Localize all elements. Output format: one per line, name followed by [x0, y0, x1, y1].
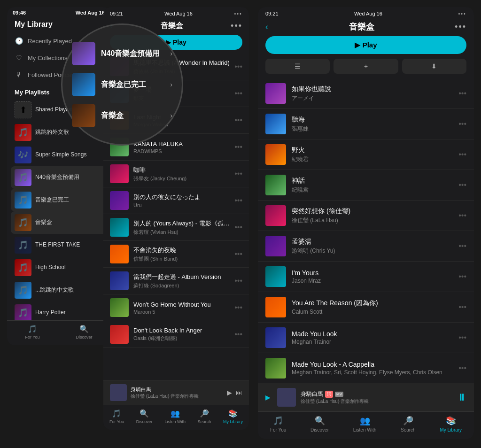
right-more-2[interactable]: ••• — [458, 150, 466, 159]
right-title-6: I'm Yours — [292, 269, 453, 277]
right-song-1[interactable]: 聽海 張惠妹 ••• — [258, 109, 474, 139]
foryou-label-left: For You — [25, 335, 39, 340]
song-more-9[interactable]: ••• — [234, 303, 242, 312]
playlist-thumb-hs: 🎵 — [15, 259, 31, 276]
mid-nav-search[interactable]: 🔎 Search — [198, 409, 211, 424]
np-pause-icon-right[interactable]: ⏸ — [457, 392, 466, 403]
right-more-4[interactable]: ••• — [458, 211, 466, 220]
song-more-0[interactable]: ••• — [234, 62, 242, 71]
mid-nav-mylibrary[interactable]: 📚 My Library — [223, 409, 243, 424]
right-nav-foryou[interactable]: 🎵 For You — [270, 416, 286, 433]
song-more-2[interactable]: ••• — [234, 116, 242, 124]
song-item-4[interactable]: 咖啡 張學友 (Jacky Cheung) ••• — [103, 161, 249, 187]
right-more-6[interactable]: ••• — [458, 272, 466, 281]
mid-nav-foryou[interactable]: 🎵 For You — [109, 409, 124, 424]
song-item-10[interactable]: Don't Look Back In Anger Oasis (綠洲合唱團) •… — [103, 321, 249, 348]
right-np-artist: 徐佳瑩 (LaLa Hsu)·音樂創作專輯 — [301, 398, 452, 405]
right-more-1[interactable]: ••• — [458, 120, 466, 128]
song-title-8: 當我們一起走過 - Album Version — [133, 273, 230, 281]
discover-icon-right: 🔍 — [315, 416, 325, 426]
right-info-2: 野火 紀曉君 — [292, 146, 453, 163]
right-title-0: 如果你也聽說 — [292, 85, 453, 93]
playlist-n40[interactable]: 🎵 N40音樂盒預備用 — [11, 166, 107, 189]
right-title-3: 神話 — [292, 177, 453, 185]
song-artist-9: Maroon 5 — [133, 309, 230, 315]
right-more-7[interactable]: ••• — [458, 303, 466, 311]
playlist-harry-potter[interactable]: 🎵 Harry Potter — [11, 301, 107, 320]
right-song-4[interactable]: 突然好想你 (徐佳瑩) 徐佳瑩 (LaLa Hsu) ••• — [258, 201, 474, 231]
playlist-name-simple: Super Simple Songs — [35, 151, 86, 159]
right-more-5[interactable]: ••• — [458, 242, 466, 250]
playlist-done[interactable]: 🎵 音樂盒已完工 — [11, 189, 107, 211]
song-item-6[interactable]: 別人的 (Yours Always) - 電影《孤味》片尾曲 徐若瑄 (Vivi… — [103, 214, 249, 241]
playlist-dance-chinese[interactable]: 🎵 ...跳跳的中文歌 — [11, 279, 107, 301]
song-artist-8: 蘇打綠 (Sodagreen) — [133, 282, 230, 289]
nav-my-collections-label: My Collections — [28, 54, 68, 62]
right-nav-mylibrary[interactable]: 📚 My Library — [440, 416, 462, 433]
status-bar-right: 09:21 Wed Aug 16 ••• — [258, 7, 474, 18]
circle-item-1[interactable]: N40音樂盒預備用 › — [72, 42, 172, 65]
right-np-thumb — [277, 388, 296, 407]
status-bar-mid: 09:21 Wed Aug 16 ••• — [103, 7, 249, 18]
song-item-5[interactable]: 別の人の彼女になったよ Uru ••• — [103, 187, 249, 214]
playlist-music[interactable]: 🎵 音樂盒 — [11, 211, 107, 234]
right-song-9[interactable]: Made You Look - A Cappella Meghan Traino… — [258, 353, 474, 383]
right-nav-listenwith[interactable]: 👥 Listen With — [353, 416, 376, 433]
playlist-simple-songs[interactable]: 🎶 Super Simple Songs — [11, 144, 107, 166]
more-button-right[interactable]: ••• — [455, 22, 466, 32]
right-thumb-6 — [265, 266, 286, 287]
right-song-2[interactable]: 野火 紀曉君 ••• — [258, 139, 474, 170]
right-song-7[interactable]: You Are The Reason (因為你) Calum Scott ••• — [258, 292, 474, 323]
right-header: ‹ 音樂盒 ••• — [258, 18, 474, 36]
song-item-8[interactable]: 當我們一起走過 - Album Version 蘇打綠 (Sodagreen) … — [103, 268, 249, 294]
right-more-0[interactable]: ••• — [458, 89, 466, 98]
right-song-8[interactable]: Made You Look Meghan Trainor ••• — [258, 323, 474, 353]
listenwith-icon-mid: 👥 — [171, 409, 180, 418]
play-button-right[interactable]: ▶ Play — [265, 36, 466, 54]
np-next-icon-mid[interactable]: ⏭ — [236, 389, 242, 396]
play-label-right: ▶ Play — [355, 41, 377, 49]
song-more-8[interactable]: ••• — [234, 277, 242, 285]
circle-item-3[interactable]: 音樂盒 › — [72, 104, 172, 127]
bottom-nav-foryou-left[interactable]: 🎵 For You — [25, 324, 39, 340]
right-song-3[interactable]: 神話 紀曉君 ••• — [258, 170, 474, 201]
song-artist-3: RADWIMPS — [133, 148, 230, 154]
right-now-playing[interactable]: ▶ 身騎白馬 詞 MV 徐佳瑩 (LaLa Hsu)·音樂創作專輯 ⏸ — [258, 383, 474, 411]
right-more-9[interactable]: ••• — [458, 364, 466, 372]
playlist-highschool[interactable]: 🎵 High School — [11, 256, 107, 279]
right-more-3[interactable]: ••• — [458, 181, 466, 189]
mid-nav-listenwith[interactable]: 👥 Listen With — [164, 409, 186, 424]
ctrl-list-btn[interactable]: ☰ — [265, 59, 330, 74]
song-artist-6: 徐若瑄 (Vivian Hsu) — [133, 229, 230, 236]
song-more-1[interactable]: ••• — [234, 89, 242, 98]
mid-now-playing[interactable]: 身騎白馬 徐佳瑩 (LaLa Hsu)·音樂創作專輯 ▶ ⏭ — [103, 380, 249, 405]
right-song-6[interactable]: I'm Yours Jason Mraz ••• — [258, 262, 474, 292]
np-play-icon-mid[interactable]: ▶ — [227, 389, 232, 396]
right-song-5[interactable]: 孟婆湯 游鴻明 (Chris Yu) ••• — [258, 231, 474, 262]
right-more-8[interactable]: ••• — [458, 333, 466, 342]
date-mid: Wed Aug 16 — [164, 11, 193, 16]
playlist-take[interactable]: 🎵 THE FIRST TAKE — [11, 234, 107, 256]
song-item-9[interactable]: Won't Go Home Without You Maroon 5 ••• — [103, 294, 249, 321]
song-more-6[interactable]: ••• — [234, 223, 242, 232]
song-more-10[interactable]: ••• — [234, 330, 242, 339]
song-more-7[interactable]: ••• — [234, 250, 242, 258]
song-item-7[interactable]: 不會消失的夜晚 信樂團 (Shin Band) ••• — [103, 241, 249, 268]
list-icon: ☰ — [295, 62, 301, 70]
right-song-0[interactable]: 如果你也聽說 アーメイ ••• — [258, 78, 474, 109]
mid-nav-discover[interactable]: 🔍 Discover — [136, 409, 153, 424]
song-title-10: Don't Look Back In Anger — [133, 327, 230, 334]
circle-item-2[interactable]: 音樂盒已完工 › — [72, 73, 172, 96]
right-info-1: 聽海 張惠妹 — [292, 116, 453, 133]
ctrl-add-btn[interactable]: + — [334, 59, 398, 74]
song-thumb-4 — [110, 164, 129, 183]
ctrl-download-btn[interactable]: ⬇ — [402, 59, 466, 74]
right-info-0: 如果你也聽說 アーメイ — [292, 85, 453, 102]
right-nav-discover[interactable]: 🔍 Discover — [310, 416, 329, 433]
bottom-nav-discover-left[interactable]: 🔍 Discover — [76, 324, 92, 340]
song-more-5[interactable]: ••• — [234, 196, 242, 205]
more-button-mid[interactable]: ••• — [231, 21, 242, 31]
right-nav-search[interactable]: 🔎 Search — [401, 416, 416, 433]
song-more-4[interactable]: ••• — [234, 170, 242, 178]
song-more-3[interactable]: ••• — [234, 143, 242, 151]
